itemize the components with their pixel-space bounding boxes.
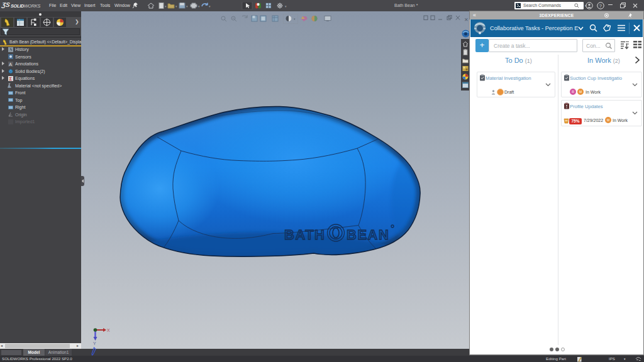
svg-text:▾: ▾ — [165, 4, 167, 8]
svg-text:BATH: BATH — [284, 227, 325, 243]
svg-text:▾: ▾ — [285, 4, 287, 8]
svg-text:▾: ▾ — [209, 4, 211, 8]
svg-text:A: A — [9, 62, 12, 66]
svg-text:?: ? — [599, 3, 602, 9]
svg-text:Σ: Σ — [9, 76, 13, 81]
svg-text:X: X — [107, 328, 110, 332]
svg-text:▾: ▾ — [294, 17, 296, 21]
svg-text:▾: ▾ — [198, 4, 200, 8]
svg-text:Y: Y — [93, 341, 96, 346]
svg-text:▾: ▾ — [186, 4, 188, 8]
svg-text:▾: ▾ — [175, 4, 177, 8]
svg-text:BEAN: BEAN — [347, 227, 389, 243]
